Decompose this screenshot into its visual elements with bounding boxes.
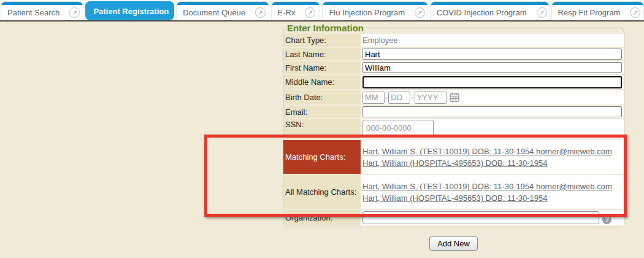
open-in-new-window-icon[interactable]: ↗: [305, 7, 315, 18]
calendar-icon[interactable]: [450, 92, 459, 102]
birth-year-input[interactable]: [415, 92, 447, 104]
email-label: Email:: [283, 105, 361, 119]
tab-label: Flu Injection Program: [329, 8, 405, 17]
tab-flu-injection-program[interactable]: Flu Injection Program ↗: [322, 1, 427, 20]
row-birth-date: Birth Date: --: [283, 90, 624, 105]
enter-information-panel: Enter Information Chart Type: Employee L…: [283, 23, 624, 227]
date-separator: -: [411, 93, 413, 102]
row-middle-name: Middle Name:: [283, 74, 624, 90]
tab-label: COVID Injection Program: [437, 8, 527, 17]
ssn-label: SSN:: [283, 119, 361, 139]
open-in-new-window-icon[interactable]: ↗: [537, 7, 547, 18]
row-organization: Organization: ?: [283, 209, 624, 226]
tab-label: Document Queue: [183, 8, 245, 17]
middle-name-input[interactable]: [362, 76, 622, 88]
date-separator: -: [385, 93, 388, 102]
tab-label: Patient Search: [7, 8, 59, 17]
first-name-input[interactable]: [362, 62, 622, 73]
first-name-label: First Name:: [283, 61, 361, 74]
matching-charts-label: Matching Charts:: [283, 139, 361, 174]
chart-type-label: Chart Type:: [283, 34, 361, 47]
tab-covid-injection-program[interactable]: COVID Injection Program ↗: [430, 1, 550, 20]
panel-title: Enter Information: [285, 23, 366, 33]
email-input[interactable]: [362, 106, 622, 117]
row-email: Email:: [283, 105, 624, 119]
tab-bar-bottom-rule: [0, 20, 644, 22]
birth-date-label: Birth Date:: [283, 90, 361, 105]
tab-label: Resp Fit Program: [558, 8, 621, 17]
matching-chart-link[interactable]: Hart, William (HOSPITAL-495653) DOB: 11-…: [362, 192, 622, 204]
tab-patient-registration[interactable]: Patient Registration: [85, 1, 174, 20]
last-name-input[interactable]: [362, 49, 622, 60]
open-in-new-window-icon[interactable]: ↗: [255, 7, 266, 18]
matching-chart-link[interactable]: Hart, William S. (TEST-10019) DOB: 11-30…: [362, 181, 622, 192]
row-chart-type: Chart Type: Employee: [283, 34, 624, 47]
organization-input[interactable]: [362, 211, 599, 224]
matching-chart-link[interactable]: Hart, William S. (TEST-10019) DOB: 11-30…: [362, 146, 622, 157]
ssn-input[interactable]: [362, 120, 434, 136]
form-actions: Add New: [283, 237, 624, 251]
row-matching-charts: Matching Charts: Hart, William S. (TEST-…: [283, 139, 624, 174]
tab-bar: Patient Search ↗ Patient Registration Do…: [0, 0, 644, 20]
row-last-name: Last Name:: [283, 47, 624, 61]
birth-day-input[interactable]: [388, 92, 410, 104]
row-all-matching-charts: All Matching Charts: Hart, William S. (T…: [283, 174, 624, 209]
chart-type-value: Employee: [362, 36, 398, 45]
add-new-button[interactable]: Add New: [429, 237, 478, 251]
birth-month-input[interactable]: [362, 92, 385, 104]
tab-document-queue[interactable]: Document Queue ↗: [176, 1, 269, 20]
registration-form-table: Chart Type: Employee Last Name: First Na…: [283, 34, 624, 227]
open-in-new-window-icon[interactable]: ↗: [415, 7, 425, 18]
last-name-label: Last Name:: [283, 47, 361, 61]
tab-e-rx[interactable]: E-Rx ↗: [271, 1, 321, 20]
row-ssn: SSN:: [283, 119, 624, 139]
middle-name-label: Middle Name:: [283, 74, 361, 90]
tab-label: E-Rx: [278, 8, 296, 17]
organization-label: Organization:: [283, 209, 361, 226]
tab-resp-fit-program[interactable]: Resp Fit Program ↗: [551, 1, 644, 20]
matching-chart-link[interactable]: Hart, William (HOSPITAL-495653) DOB: 11-…: [362, 157, 622, 169]
tab-patient-search[interactable]: Patient Search ↗: [1, 1, 83, 20]
all-matching-charts-label: All Matching Charts:: [283, 174, 361, 209]
row-first-name: First Name:: [283, 61, 624, 74]
open-in-new-window-icon[interactable]: ↗: [630, 7, 640, 18]
open-in-new-window-icon[interactable]: ↗: [69, 7, 80, 18]
help-icon[interactable]: ?: [602, 215, 611, 224]
tab-label: Patient Registration: [93, 7, 169, 16]
